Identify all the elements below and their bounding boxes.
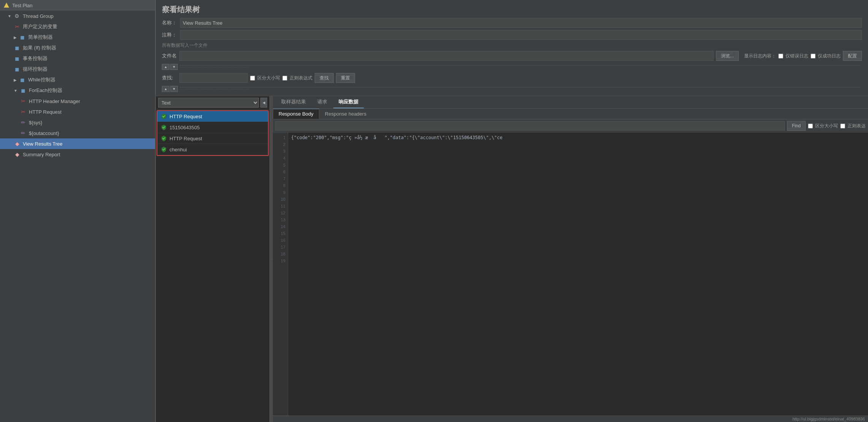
- case-sensitive-checkbox[interactable]: [250, 76, 255, 81]
- format-selector-row: Text JSON HTML XML RegExp Tester CSS/JQu…: [156, 96, 269, 109]
- sidebar-item-summary-report[interactable]: ◆ Summary Report: [0, 149, 155, 160]
- divider-dots-2: ········································…: [180, 87, 860, 91]
- sidebar-item-outaccount-var[interactable]: ✏ ${outaccount}: [0, 128, 155, 138]
- response-case-checkbox[interactable]: [808, 124, 813, 129]
- sidebar-item-label: 用户定义的变量: [23, 23, 57, 30]
- name-row: 名称：: [162, 18, 862, 28]
- write-all-row: 所有数据写入一个文件: [162, 42, 862, 49]
- line-num: 1: [283, 134, 285, 141]
- summary-report-icon: ◆: [14, 151, 21, 158]
- find-button[interactable]: 查找: [315, 73, 334, 83]
- sidebar-item-http-header[interactable]: ✂ HTTP Header Manager: [0, 96, 155, 106]
- sidebar-item-label: 循环控制器: [23, 66, 48, 73]
- only-error-checkbox[interactable]: [778, 54, 783, 59]
- expand-icon: ▼: [14, 89, 17, 93]
- main-body: Text JSON HTML XML RegExp Tester CSS/JQu…: [156, 96, 868, 422]
- show-log-label: 显示日志内容：: [744, 53, 776, 59]
- expand-icon: ▶: [14, 35, 17, 40]
- sidebar-item-label: Summary Report: [23, 152, 60, 157]
- case-sensitive-label: 区分大小写: [257, 75, 280, 81]
- panel-title: 察看结果树: [162, 5, 862, 15]
- format-selector[interactable]: Text JSON HTML XML RegExp Tester CSS/JQu…: [158, 98, 259, 108]
- list-item[interactable]: HTTP Request: [157, 111, 268, 122]
- shield-success-icon: [160, 146, 167, 153]
- sidebar-item-test-plan[interactable]: Test Plan: [0, 0, 155, 11]
- scissors-icon: ✂: [14, 23, 21, 30]
- response-find-button[interactable]: Find: [787, 121, 806, 131]
- only-error-label: 仅错误日志: [786, 53, 808, 59]
- sidebar-item-foreach-ctrl[interactable]: ▼ ◼ ForEach控制器: [0, 85, 155, 96]
- results-list: HTTP Request 15150643505: [156, 109, 269, 422]
- sidebar-item-if-ctrl[interactable]: ◼ 如果 (If) 控制器: [0, 43, 155, 53]
- reset-button[interactable]: 重置: [336, 73, 355, 83]
- regex-checkbox[interactable]: [282, 76, 287, 81]
- divider-dots: ········································…: [180, 65, 860, 69]
- sidebar-item-label: HTTP Request: [29, 109, 62, 115]
- response-tab-body[interactable]: Response Body: [273, 109, 319, 119]
- response-search-bar: Find 区分大小写 正则表达: [273, 119, 868, 133]
- ctrl-icon: ◼: [14, 55, 21, 62]
- shield-success-icon: [160, 113, 167, 120]
- response-tabs-row: Response Body Response headers: [273, 109, 868, 119]
- code-content[interactable]: {"code":"200","msg":"ç »å½ æ å ","data":…: [288, 133, 868, 416]
- list-item[interactable]: chenhui: [157, 144, 268, 155]
- search-input[interactable]: [179, 73, 248, 83]
- tab-request[interactable]: 请求: [312, 96, 333, 108]
- tab-sampler-result[interactable]: 取样器结果: [276, 96, 311, 108]
- comment-input[interactable]: [180, 30, 862, 40]
- sidebar-item-tx-ctrl[interactable]: ◼ 事务控制器: [0, 53, 155, 64]
- file-input[interactable]: [179, 51, 714, 61]
- collapse-down-btn[interactable]: ▼: [170, 64, 178, 70]
- sidebar-item-label: Thread Group: [23, 13, 54, 19]
- sidebar-item-user-vars[interactable]: ✂ 用户定义的变量: [0, 21, 155, 32]
- sidebar-item-label: ${sys}: [29, 120, 42, 125]
- name-input[interactable]: [180, 18, 862, 28]
- line-num: 2: [283, 141, 285, 148]
- list-item[interactable]: 15150643505: [157, 122, 268, 133]
- only-success-checkbox[interactable]: [811, 54, 816, 59]
- response-case-label: 区分大小写: [815, 123, 838, 129]
- sidebar-item-loop-ctrl[interactable]: ◼ 循环控制器: [0, 64, 155, 75]
- sidebar-item-sys-var[interactable]: ✏ ${sys}: [0, 117, 155, 128]
- sidebar-item-while-ctrl[interactable]: ▶ ◼ While控制器: [0, 75, 155, 85]
- search-row: 查找: 区分大小写 正则表达式 查找 重置: [162, 71, 862, 85]
- sidebar-item-label: ForEach控制器: [29, 87, 62, 94]
- expand-icon: ▼: [8, 14, 11, 18]
- sidebar-item-label: 事务控制器: [23, 55, 48, 62]
- list-item-label: chenhui: [169, 147, 187, 152]
- sidebar-item-simple-ctrl[interactable]: ▶ ◼ 简单控制器: [0, 32, 155, 43]
- shield-success-icon: [160, 124, 167, 131]
- search-label: 查找:: [162, 75, 177, 81]
- pencil-icon: ✏: [20, 130, 27, 136]
- write-all-label: 所有数据写入一个文件: [162, 42, 207, 49]
- code-area: 1 2 3 4 5 6 7 8 9 10 11 12 13 14 15 16 1: [273, 133, 868, 416]
- results-list-container: HTTP Request 15150643505: [157, 110, 269, 156]
- sidebar-item-thread-group[interactable]: ▼ ⚙ Thread Group: [0, 11, 155, 21]
- sidebar-item-http-request[interactable]: ✂ HTTP Request: [0, 106, 155, 117]
- collapse-up-btn-2[interactable]: ▲: [162, 86, 169, 92]
- file-row: 文件名 浏览... 显示日志内容： 仅错误日志 仅成功日志 配置: [162, 51, 862, 61]
- line-num: 9: [283, 189, 285, 196]
- sidebar-item-view-results-tree[interactable]: ◆ View Results Tree: [0, 138, 155, 149]
- list-item[interactable]: HTTP Request: [157, 133, 268, 144]
- response-regex-checkbox[interactable]: [840, 124, 845, 129]
- browse-button[interactable]: 浏览...: [716, 51, 739, 61]
- main-tabs-row: 取样器结果 请求 响应数据: [273, 96, 868, 109]
- sidebar-item-label: HTTP Header Manager: [29, 98, 80, 104]
- line-num: 5: [283, 162, 285, 168]
- response-search-input[interactable]: [275, 121, 785, 130]
- tab-response-data[interactable]: 响应数据: [333, 96, 364, 108]
- collapse-up-btn[interactable]: ▲: [162, 64, 169, 70]
- config-button[interactable]: 配置: [843, 51, 862, 61]
- vertical-splitter[interactable]: ···: [270, 96, 273, 422]
- sidebar-item-label: ${outaccount}: [29, 130, 59, 136]
- line-num: 12: [281, 209, 285, 216]
- line-num: 10: [281, 196, 285, 203]
- regex-label: 正则表达式: [290, 75, 312, 81]
- line-num: 14: [281, 223, 285, 230]
- sidebar-item-label: 如果 (If) 控制器: [23, 44, 56, 51]
- panel-collapse-btn[interactable]: ◀: [260, 98, 267, 108]
- sidebar-item-label: View Results Tree: [23, 141, 63, 147]
- response-tab-headers[interactable]: Response headers: [319, 109, 372, 119]
- collapse-down-btn-2[interactable]: ▼: [170, 86, 178, 92]
